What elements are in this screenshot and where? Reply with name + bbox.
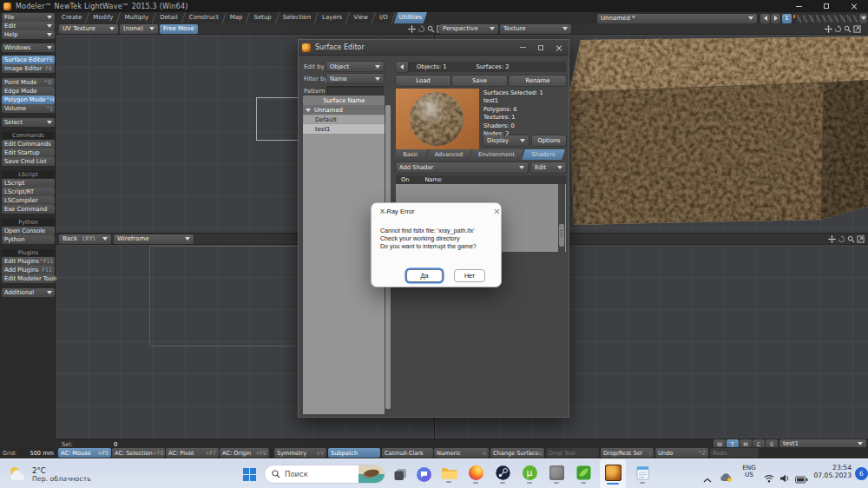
statusbar-redo[interactable]: Redo	[710, 448, 759, 458]
close-icon[interactable]	[556, 44, 562, 50]
tab-create[interactable]: Create	[56, 12, 87, 23]
viewport-bl-shading-dropdown[interactable]: Wireframe	[114, 234, 194, 244]
sidebar-item-add-plugins[interactable]: Add PluginsF11	[2, 266, 55, 274]
surface-tree-item-unnamed[interactable]: Unnamed	[303, 105, 385, 115]
statusbar-undo[interactable]: Undo^Z	[655, 448, 708, 458]
sidebar-item-additional[interactable]: Additional	[2, 288, 55, 297]
volume-icon[interactable]	[779, 470, 790, 486]
tab-io[interactable]: I/O	[374, 12, 393, 23]
layer-bank-buttons[interactable]	[796, 14, 858, 23]
surface-editor-titlebar[interactable]: Surface Editor	[299, 40, 569, 56]
sidebar-item-edit-startup[interactable]: Edit Startup	[2, 148, 55, 157]
grey-app-button[interactable]	[546, 459, 567, 488]
onedrive-button[interactable]	[720, 469, 733, 485]
sidebar-item-surface-editor[interactable]: Surface EditorF5	[2, 56, 55, 64]
scrollbar-thumb[interactable]	[559, 224, 564, 247]
sidebar-item-edge-mode[interactable]: Edge Mode	[2, 87, 55, 96]
sidebar-item-lscompiler[interactable]: LSCompiler	[2, 196, 55, 205]
sidebar-item-save-cmd-list[interactable]: Save Cmd List	[2, 157, 55, 166]
zoom-icon[interactable]	[844, 25, 852, 33]
surface-preview[interactable]	[396, 89, 479, 149]
minimize-icon[interactable]	[520, 47, 526, 48]
sidebar-item-image-editor[interactable]: Image EditorF6	[2, 64, 55, 73]
zoom-icon[interactable]	[427, 25, 435, 33]
sidebar-item-file[interactable]: File	[2, 13, 55, 22]
tab-selection[interactable]: Selection	[278, 12, 316, 23]
sidebar-item-exe-command[interactable]: Exe Command	[2, 205, 55, 214]
save-button[interactable]: Save	[452, 76, 507, 86]
rotate-icon[interactable]	[418, 25, 425, 33]
free-move-tool-button[interactable]: Free Move	[160, 24, 198, 34]
shader-edit-dropdown[interactable]: Edit	[531, 162, 566, 173]
statusbar-drop-tool[interactable]: Drop Tool	[546, 448, 599, 458]
add-shader-dropdown[interactable]: Add Shader	[396, 162, 528, 173]
uv-texture-dropdown[interactable]: UV Texture	[59, 24, 118, 34]
sidebar-item-help[interactable]: Help	[2, 30, 55, 39]
statusbar-catmull-clark[interactable]: Catmull-Clark	[382, 448, 433, 458]
hidden-icons-button[interactable]	[703, 471, 712, 487]
current-object-dropdown[interactable]: Unnamed *	[597, 14, 757, 23]
pan-icon[interactable]	[408, 25, 416, 33]
lightwave-taskbar-button[interactable]	[600, 459, 626, 488]
tab-utilities[interactable]: Utilities	[394, 12, 427, 23]
filter-by-dropdown[interactable]: Name	[326, 74, 384, 83]
tab-environment[interactable]: Environment	[470, 149, 523, 160]
close-button[interactable]	[840, 0, 868, 12]
tab-multiply[interactable]: Multiply	[119, 12, 154, 23]
statusbar-numeric[interactable]: Numericn	[434, 448, 489, 458]
notification-badge[interactable]: 6	[855, 467, 868, 480]
sidebar-item-polygon-mode[interactable]: Polygon Mode^H	[2, 96, 55, 104]
tree-expand-icon[interactable]	[306, 109, 311, 112]
sidebar-item-lscript[interactable]: LScript	[2, 179, 55, 188]
viewport-bl-view-dropdown[interactable]: Back (XY)	[59, 234, 111, 244]
statusbar-ac-origin[interactable]: AC: Origin+F6	[220, 448, 269, 458]
current-layer-button[interactable]: 1	[782, 14, 792, 23]
tab-view[interactable]: View	[348, 12, 373, 23]
battery-icon[interactable]	[795, 471, 808, 487]
pan-icon[interactable]	[828, 235, 836, 243]
sidebar-item-windows[interactable]: Windows	[2, 43, 55, 52]
collapse-panel-button[interactable]	[396, 62, 408, 72]
maximize-button[interactable]	[812, 0, 840, 12]
green-app-button[interactable]	[573, 459, 594, 488]
surface-tree-item-test1[interactable]: test1	[303, 124, 385, 134]
load-button[interactable]: Load	[396, 76, 450, 86]
viewport-tr-view-dropdown[interactable]: Perspective	[439, 24, 498, 34]
no-button[interactable]: Нет	[454, 269, 485, 282]
sidebar-item-point-mode[interactable]: Point Mode^G	[2, 78, 55, 87]
rename-button[interactable]: Rename	[510, 76, 566, 86]
rotate-icon[interactable]	[834, 25, 842, 33]
shader-list-scrollbar[interactable]	[558, 184, 565, 252]
sidebar-item-volume[interactable]: Volume^J	[2, 104, 55, 113]
tab-map[interactable]: Map	[225, 12, 248, 23]
sidebar-item-edit-plugins[interactable]: Edit Plugins^F11	[2, 257, 55, 266]
start-button[interactable]	[240, 459, 258, 488]
steam-button[interactable]	[492, 459, 513, 488]
tab-detail[interactable]: Detail	[155, 12, 183, 23]
minimize-button[interactable]	[785, 0, 812, 12]
sidebar-item-edit-commands[interactable]: Edit Commands	[2, 140, 55, 148]
maximize-icon[interactable]	[538, 45, 543, 50]
maximize-viewport-icon[interactable]	[857, 235, 865, 243]
tab-layers[interactable]: Layers	[317, 12, 347, 23]
statusbar-subpatch[interactable]: Subpatch	[328, 448, 380, 458]
chat-button[interactable]	[415, 459, 432, 488]
language-indicator[interactable]: ENGUS	[740, 465, 758, 479]
surface-tree-item-default[interactable]: Default	[303, 115, 385, 124]
search-box[interactable]: Поиск	[264, 465, 385, 484]
edit-by-dropdown[interactable]: Object	[326, 62, 384, 71]
tab-basic[interactable]: Basic	[394, 149, 427, 160]
sidebar-item-python[interactable]: Python	[2, 235, 55, 244]
file-explorer-button[interactable]	[438, 459, 459, 488]
uv-map-dropdown[interactable]: (none)	[120, 24, 158, 34]
tab-shaders[interactable]: Shaders	[523, 149, 564, 160]
sidebar-item-open-console[interactable]: Open Console	[2, 227, 55, 235]
pan-icon[interactable]	[825, 25, 832, 33]
wifi-icon[interactable]	[764, 470, 774, 486]
yes-button[interactable]: Да	[406, 269, 443, 282]
firefox-button[interactable]	[465, 459, 486, 488]
layer-bank-dropdown[interactable]	[859, 14, 867, 23]
next-layer-button[interactable]	[771, 14, 780, 23]
display-dropdown[interactable]: Display	[483, 135, 529, 146]
tab-advanced[interactable]: Advanced	[427, 149, 470, 160]
